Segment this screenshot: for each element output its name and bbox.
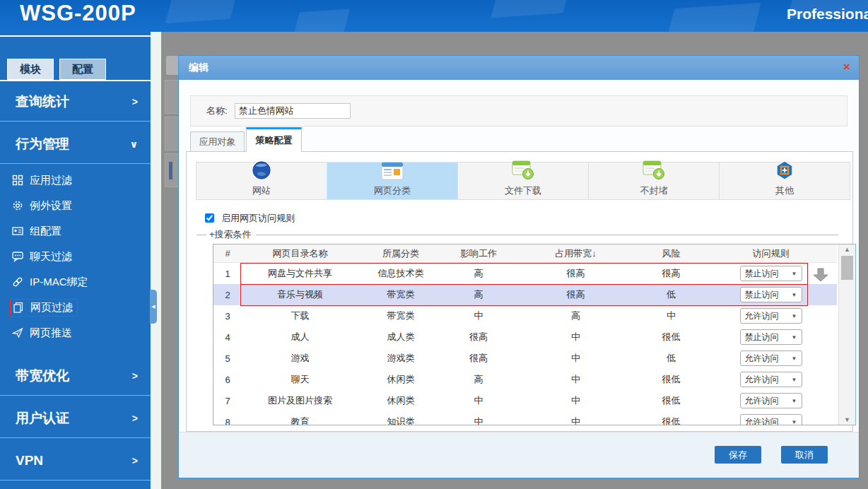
table-row[interactable]: 5游戏游戏类很高中低允许访问▼ bbox=[213, 348, 837, 369]
sidebar: 模块 配置 查询统计 > 行为管理 ∨ 应用过滤 例外设置 组配置 聊天过滤 bbox=[0, 32, 151, 489]
dimmed-background-element bbox=[169, 162, 172, 179]
icon-tab-website[interactable]: 网站 bbox=[196, 162, 327, 200]
table-cell: 8 bbox=[213, 411, 242, 425]
table-cell: 4 bbox=[213, 326, 242, 348]
cancel-button[interactable]: 取消 bbox=[781, 446, 828, 464]
sidebar-item-exception-settings[interactable]: 例外设置 bbox=[0, 193, 151, 218]
sidebar-section-behavior-mgmt[interactable]: 行为管理 ∨ bbox=[0, 125, 151, 164]
table-row[interactable]: 1网盘与文件共享信息技术类高很高很高禁止访问▼ bbox=[213, 263, 837, 284]
sidebar-item-ip-mac-binding[interactable]: IP-MAC绑定 bbox=[0, 269, 151, 295]
sidebar-section-query-stats[interactable]: 查询统计 > bbox=[0, 83, 151, 122]
icon-tab-other[interactable]: 其他 bbox=[719, 162, 850, 200]
table-rows: 1网盘与文件共享信息技术类高很高很高禁止访问▼2音乐与视频带宽类高很高低禁止访问… bbox=[213, 263, 837, 425]
table-header-row: #网页目录名称所属分类影响工作占用带宽↓风险访问规则 bbox=[213, 245, 837, 263]
scroll-down-icon[interactable]: ▼ bbox=[839, 416, 855, 423]
access-rule-value: 禁止访问 bbox=[745, 289, 779, 301]
tab-policy-config[interactable]: 策略配置 bbox=[246, 127, 302, 152]
table-cell: 成人 bbox=[242, 326, 358, 348]
enable-rule-row: 启用网页访问规则 bbox=[202, 211, 295, 225]
access-rule-dropdown[interactable]: 禁止访问▼ bbox=[740, 287, 802, 302]
enable-rule-checkbox[interactable] bbox=[205, 213, 214, 223]
access-rule-dropdown[interactable]: 允许访问▼ bbox=[740, 372, 802, 387]
chevron-right-icon: > bbox=[132, 96, 138, 107]
search-condition-legend[interactable]: +搜索条件 bbox=[197, 228, 838, 241]
sidebar-submenu: 应用过滤 例外设置 组配置 聊天过滤 IP-MAC绑定 网页过滤 网页推送 bbox=[0, 167, 151, 346]
icon-tab-file-download[interactable]: 文件下载 bbox=[457, 162, 589, 200]
sidebar-tab-module[interactable]: 模块 bbox=[7, 59, 54, 80]
sidebar-item-web-push[interactable]: 网页推送 bbox=[0, 320, 151, 346]
table-row[interactable]: 3下载带宽类中高中允许访问▼ bbox=[213, 305, 837, 326]
icon-tab-web-category[interactable]: 网页分类 bbox=[327, 162, 458, 200]
access-rule-dropdown[interactable]: 允许访问▼ bbox=[740, 308, 802, 324]
column-header[interactable]: 风险 bbox=[638, 245, 705, 262]
id-card-icon bbox=[11, 225, 24, 237]
search-condition-label: +搜索条件 bbox=[209, 228, 252, 241]
icon-tab-no-block[interactable]: 不封堵 bbox=[588, 162, 720, 200]
access-rule-dropdown[interactable]: 允许访问▼ bbox=[740, 393, 802, 408]
table-row[interactable]: 2音乐与视频带宽类高很高低禁止访问▼ bbox=[213, 284, 837, 305]
table-cell: 很低 bbox=[638, 369, 705, 390]
section-label: 查询统计 bbox=[16, 93, 69, 111]
table-row[interactable]: 8教育知识类中中很低允许访问▼ bbox=[213, 411, 837, 425]
chevron-right-icon: > bbox=[132, 370, 138, 382]
table-cell: 很低 bbox=[638, 411, 705, 425]
access-rule-dropdown[interactable]: 允许访问▼ bbox=[740, 414, 802, 425]
product-logo: WSG-200P bbox=[20, 1, 136, 26]
table-cell: 高 bbox=[443, 369, 514, 390]
sidebar-section-bandwidth-opt[interactable]: 带宽优化 > bbox=[0, 357, 151, 396]
save-button[interactable]: 保存 bbox=[715, 446, 761, 464]
divider bbox=[0, 35, 151, 37]
table-cell: 3 bbox=[213, 305, 242, 326]
table-cell: 图片及图片搜索 bbox=[242, 390, 358, 411]
tab-application-object[interactable]: 应用对象 bbox=[190, 131, 245, 152]
column-header[interactable]: 占用带宽↓ bbox=[514, 245, 638, 262]
column-header[interactable]: 访问规则 bbox=[705, 245, 837, 262]
sidebar-item-chat-filter[interactable]: 聊天过滤 bbox=[0, 244, 151, 269]
close-icon[interactable]: × bbox=[843, 60, 850, 74]
table-cell: 禁止访问▼ bbox=[705, 284, 837, 305]
access-rule-value: 禁止访问 bbox=[745, 268, 779, 280]
table-cell: 中 bbox=[443, 390, 514, 411]
table-cell: 信息技术类 bbox=[358, 263, 443, 284]
dialog-header: 编辑 × bbox=[179, 56, 859, 80]
access-rule-dropdown[interactable]: 禁止访问▼ bbox=[740, 329, 802, 345]
table-cell: 带宽类 bbox=[358, 284, 443, 305]
sidebar-collapse-handle[interactable]: ◀ bbox=[150, 290, 157, 324]
column-header[interactable]: 所属分类 bbox=[358, 245, 443, 262]
table-cell: 禁止访问▼ bbox=[705, 326, 837, 348]
scrollbar-thumb[interactable] bbox=[841, 256, 853, 280]
sidebar-tab-config[interactable]: 配置 bbox=[59, 59, 106, 80]
chevron-down-icon: ▼ bbox=[792, 398, 797, 404]
column-header[interactable]: # bbox=[213, 245, 242, 262]
table-cell: 网盘与文件共享 bbox=[242, 263, 358, 284]
name-input[interactable] bbox=[235, 103, 351, 119]
paper-plane-icon bbox=[11, 326, 24, 339]
table-cell: 休闲类 bbox=[358, 390, 443, 411]
access-rule-value: 允许访问 bbox=[745, 416, 779, 426]
access-rule-dropdown[interactable]: 禁止访问▼ bbox=[740, 266, 802, 281]
menu-item-label: 网页过滤 bbox=[30, 301, 73, 314]
sidebar-item-app-filter[interactable]: 应用过滤 bbox=[0, 167, 151, 193]
policy-config-panel: 网站 网页分类 文件下载 不封堵 其他 bbox=[186, 151, 853, 432]
column-header[interactable]: 影响工作 bbox=[443, 245, 514, 262]
access-rule-dropdown[interactable]: 允许访问▼ bbox=[740, 350, 802, 366]
table-cell: 带宽类 bbox=[358, 305, 443, 326]
table-row[interactable]: 4成人成人类很高中很低禁止访问▼ bbox=[213, 326, 837, 348]
table-row[interactable]: 6聊天休闲类高中很低允许访问▼ bbox=[213, 369, 837, 390]
dialog-title: 编辑 bbox=[189, 61, 209, 74]
table-cell: 1 bbox=[213, 263, 242, 284]
move-down-arrow-icon[interactable] bbox=[813, 268, 828, 285]
table-cell: 高 bbox=[443, 284, 514, 305]
sidebar-section-vpn[interactable]: VPN > bbox=[0, 442, 151, 481]
chevron-right-icon: > bbox=[132, 413, 138, 424]
icon-tab-label: 其他 bbox=[775, 184, 794, 197]
sidebar-section-user-auth[interactable]: 用户认证 > bbox=[0, 399, 151, 438]
scroll-up-icon[interactable]: ▲ bbox=[839, 246, 855, 253]
divider bbox=[197, 235, 206, 235]
column-header[interactable]: 网页目录名称 bbox=[242, 245, 358, 262]
table-cell: 允许访问▼ bbox=[705, 390, 837, 411]
table-row[interactable]: 7图片及图片搜索休闲类中中很低允许访问▼ bbox=[213, 390, 837, 411]
table-cell: 成人类 bbox=[358, 326, 443, 348]
sidebar-item-group-config[interactable]: 组配置 bbox=[0, 218, 151, 244]
sidebar-item-web-filter[interactable]: 网页过滤 bbox=[0, 295, 151, 320]
